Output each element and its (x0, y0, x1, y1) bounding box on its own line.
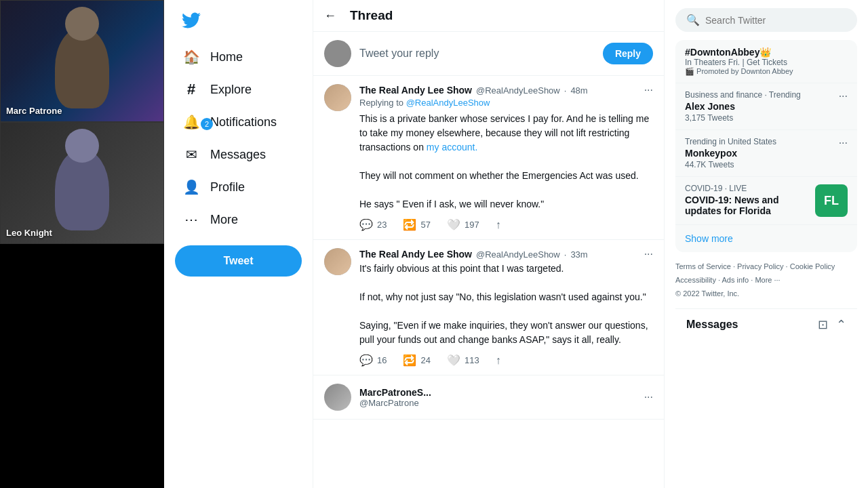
tweet-avatar-1 (324, 84, 351, 111)
tweet-actions-2: 💬 16 🔁 24 🤍 113 ↑ (359, 354, 653, 367)
tweet-time-value-1: 48m (570, 85, 587, 96)
covid-icon: FL (815, 184, 848, 217)
tweet-body-1: The Real Andy Lee Show @RealAndyLeeShow … (359, 84, 653, 231)
sidebar-label-home: Home (210, 50, 243, 64)
footer-privacy[interactable]: Privacy Policy (737, 262, 783, 270)
sidebar-item-home[interactable]: 🏠 Home (175, 42, 302, 72)
covid-label: COVID-19 · LIVE (685, 184, 808, 193)
video-panel-bottom: Leo Knight (0, 122, 164, 244)
bottom-tweet-info: MarcPatroneS... @MarcPatrone (359, 387, 636, 408)
share-icon-2: ↑ (496, 354, 501, 367)
trend-item-1[interactable]: Business and finance · Trending Alex Jon… (675, 83, 857, 130)
sidebar-item-explore[interactable]: # Explore (175, 75, 302, 104)
comment-action-2[interactable]: 💬 16 (359, 354, 387, 367)
back-button[interactable]: ← (324, 9, 336, 23)
promo-title: #DowntonAbbey👑 (685, 47, 848, 58)
thread-header: ← Thread (313, 0, 664, 32)
tweet-more-2[interactable]: ··· (644, 248, 653, 260)
sidebar-label-notifications: Notifications (210, 115, 277, 129)
black-area (0, 244, 164, 488)
sidebar-item-profile[interactable]: 👤 Profile (175, 172, 302, 202)
trend-more-icon-2[interactable]: ··· (839, 137, 848, 149)
like-count-2: 113 (465, 355, 479, 365)
footer-links: Terms of Service · Privacy Policy · Cook… (675, 260, 857, 300)
video-panels: Marc Patrone Leo Knight (0, 0, 164, 488)
sidebar-label-more: More (210, 213, 238, 227)
sidebar-item-more[interactable]: ⋯ More (175, 205, 302, 235)
reply-to-handle-1[interactable]: @RealAndyLeeShow (406, 98, 490, 108)
comment-action-1[interactable]: 💬 23 (359, 218, 387, 231)
sidebar-item-notifications[interactable]: 🔔 2 Notifications (175, 107, 302, 137)
retweet-action-1[interactable]: 🔁 57 (403, 218, 430, 231)
messages-bar-title: Messages (686, 319, 738, 331)
twitter-app: 🏠 Home # Explore 🔔 2 Notifications ✉ Mes… (164, 0, 868, 488)
trend-name-2: Monkeypox (685, 148, 776, 159)
footer-accessibility[interactable]: Accessibility (675, 276, 716, 284)
tweet-text-2: It's fairly obvious at this point that I… (359, 262, 653, 347)
footer-more[interactable]: More ··· (755, 276, 780, 284)
comment-count-2: 16 (377, 355, 387, 365)
bottom-tweet-row: MarcPatroneS... @MarcPatrone ··· (313, 375, 664, 420)
show-more[interactable]: Show more (675, 225, 857, 252)
trend-item-2[interactable]: Trending in United States Monkeypox 44.7… (675, 130, 857, 177)
bottom-more-icon[interactable]: ··· (644, 391, 653, 403)
tweet-button[interactable]: Tweet (175, 245, 302, 277)
search-input[interactable] (705, 15, 846, 26)
footer-terms[interactable]: Terms of Service (675, 262, 731, 270)
tweet-display-name-2: The Real Andy Lee Show (359, 249, 472, 260)
search-icon: 🔍 (686, 14, 700, 26)
profile-icon: 👤 (183, 179, 199, 195)
footer-copyright: © 2022 Twitter, Inc. (675, 289, 739, 298)
reply-avatar (324, 40, 351, 67)
like-count-1: 197 (465, 220, 479, 230)
trend-more-icon-1[interactable]: ··· (839, 90, 848, 102)
reply-to-1: Replying to @RealAndyLeeShow (359, 98, 653, 108)
bell-icon: 🔔 2 (183, 114, 199, 130)
share-action-1[interactable]: ↑ (496, 218, 501, 231)
thread-title: Thread (350, 8, 393, 23)
home-icon: 🏠 (183, 49, 199, 65)
tweet-link-1[interactable]: my account. (427, 142, 477, 152)
retweet-icon-1: 🔁 (403, 218, 416, 231)
reply-tweet-button[interactable]: Reply (603, 43, 653, 64)
collapse-icon[interactable]: ⌃ (836, 317, 846, 332)
footer-ads[interactable]: Ads info (722, 276, 749, 284)
video-label-bottom: Leo Knight (6, 228, 52, 238)
share-action-2[interactable]: ↑ (496, 354, 501, 367)
bottom-handle: @MarcPatrone (359, 398, 636, 408)
tweet-card-1: The Real Andy Lee Show @RealAndyLeeShow … (313, 76, 664, 240)
reply-box: Tweet your reply Reply (313, 32, 664, 76)
sidebar-label-messages: Messages (210, 148, 266, 162)
promo-subtitle: In Theaters Fri. | Get Tickets (685, 58, 848, 67)
tweet-avatar-2 (324, 248, 351, 275)
main-content: ← Thread Tweet your reply Reply The Real… (313, 0, 665, 488)
covid-trend-item[interactable]: COVID-19 · LIVE COVID-19: News and updat… (675, 177, 857, 225)
promo-tag: 🎬 Promoted by Downton Abbey (685, 67, 848, 76)
video-panel-top: Marc Patrone (0, 0, 164, 122)
footer-cookie[interactable]: Cookie Policy (790, 262, 835, 270)
tweet-display-name-1: The Real Andy Lee Show (359, 85, 472, 96)
like-action-2[interactable]: 🤍 113 (447, 354, 479, 367)
bottom-avatar (324, 384, 351, 411)
trend-count-1: 3,175 Tweets (685, 113, 801, 123)
promoted-item[interactable]: #DowntonAbbey👑 In Theaters Fri. | Get Ti… (675, 40, 857, 83)
reply-input-text[interactable]: Tweet your reply (359, 47, 595, 60)
tweet-card-2: The Real Andy Lee Show @RealAndyLeeShow … (313, 240, 664, 375)
tweet-time-1: · (564, 85, 567, 96)
search-bar[interactable]: 🔍 (675, 8, 857, 32)
tweet-meta-1: The Real Andy Lee Show @RealAndyLeeShow … (359, 84, 653, 96)
comment-icon-1: 💬 (359, 218, 373, 231)
tweet-more-1[interactable]: ··· (644, 84, 653, 96)
retweet-action-2[interactable]: 🔁 24 (403, 354, 430, 367)
tweet-user-info-1: The Real Andy Lee Show @RealAndyLeeShow … (359, 85, 588, 96)
comment-count-1: 23 (377, 220, 387, 230)
messages-bar: Messages ⊡ ⌃ (675, 308, 857, 340)
sidebar-label-profile: Profile (210, 180, 245, 195)
like-action-1[interactable]: 🤍 197 (447, 218, 479, 231)
tweet-meta-2: The Real Andy Lee Show @RealAndyLeeShow … (359, 248, 653, 260)
twitter-logo[interactable] (178, 7, 205, 34)
tweet-body-2: The Real Andy Lee Show @RealAndyLeeShow … (359, 248, 653, 367)
retweet-icon-2: 🔁 (403, 354, 416, 367)
sidebar-item-messages[interactable]: ✉ Messages (175, 140, 302, 169)
compose-message-icon[interactable]: ⊡ (818, 317, 828, 332)
